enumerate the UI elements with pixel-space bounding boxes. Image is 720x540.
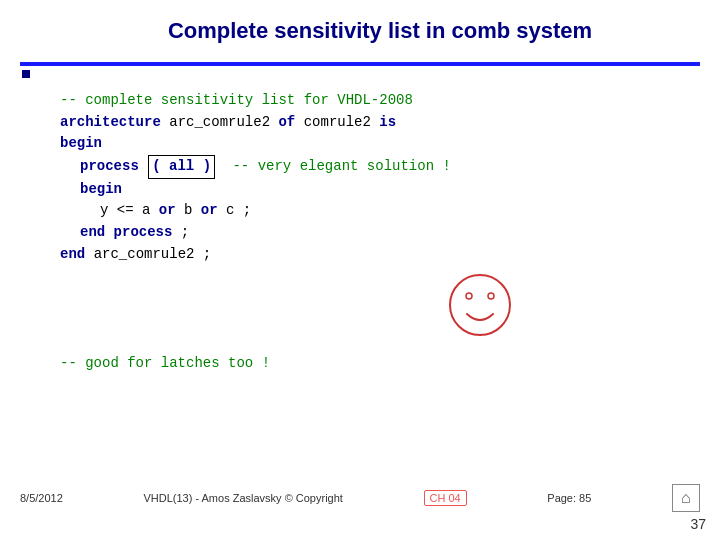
kw-or-2: or — [201, 202, 218, 218]
footer-page: Page: 85 — [547, 492, 591, 504]
kw-architecture: architecture — [60, 114, 161, 130]
code-semi-1: ; — [181, 224, 189, 240]
kw-or-1: or — [159, 202, 176, 218]
code-line-5: begin — [60, 179, 451, 201]
code-line-7: end process ; — [60, 222, 451, 244]
blue-divider — [20, 62, 700, 66]
code-line-8: end arc_comrule2 ; — [60, 244, 451, 266]
kw-end: end — [60, 246, 85, 262]
arch-name2: comrule2 — [304, 114, 380, 130]
kw-process: process — [80, 158, 139, 174]
home-button[interactable]: ⌂ — [672, 484, 700, 512]
ch-badge: CH 04 — [424, 490, 467, 506]
slide-title: Complete sensitivity list in comb system — [60, 18, 700, 44]
code-c: c ; — [226, 202, 251, 218]
comment-1: -- complete sensitivity list for VHDL-20… — [60, 92, 413, 108]
footer: 8/5/2012 VHDL(13) - Amos Zaslavsky © Cop… — [20, 484, 700, 512]
svg-point-1 — [466, 293, 472, 299]
home-icon: ⌂ — [681, 489, 691, 507]
slide: Complete sensitivity list in comb system… — [0, 0, 720, 540]
kw-is: is — [379, 114, 396, 130]
slide-number: 37 — [690, 516, 706, 532]
smiley-face — [445, 270, 515, 340]
code-assign: y <= a — [100, 202, 159, 218]
comment-elegant: -- very elegant solution ! — [232, 158, 450, 174]
kw-begin-1: begin — [60, 135, 102, 151]
code-block: -- complete sensitivity list for VHDL-20… — [60, 90, 451, 266]
bullet-point — [22, 70, 30, 78]
kw-of: of — [278, 114, 295, 130]
kw-end-process: end process — [80, 224, 172, 240]
svg-point-2 — [488, 293, 494, 299]
kw-begin-2: begin — [80, 181, 122, 197]
title-area: Complete sensitivity list in comb system — [60, 18, 700, 44]
code-line-1: -- complete sensitivity list for VHDL-20… — [60, 90, 451, 112]
footer-date: 8/5/2012 — [20, 492, 63, 504]
code-line-4: process ( all ) -- very elegant solution… — [60, 155, 451, 179]
code-line-2: architecture arc_comrule2 of comrule2 is — [60, 112, 451, 134]
code-end-name: arc_comrule2 ; — [94, 246, 212, 262]
all-box: ( all ) — [148, 155, 215, 179]
svg-point-0 — [450, 275, 510, 335]
code-line-6: y <= a or b or c ; — [60, 200, 451, 222]
latches-comment: -- good for latches too ! — [60, 355, 270, 371]
arch-name1: arc_comrule2 — [169, 114, 278, 130]
footer-title: VHDL(13) - Amos Zaslavsky © Copyright — [143, 492, 342, 504]
code-b: b — [184, 202, 201, 218]
code-line-3: begin — [60, 133, 451, 155]
